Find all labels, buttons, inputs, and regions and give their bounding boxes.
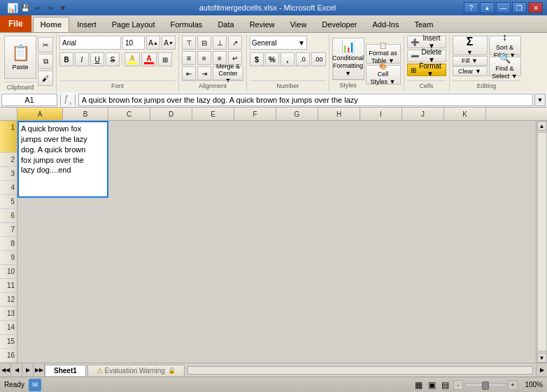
fill-btn[interactable]: Fill ▼ — [453, 56, 488, 66]
cell-a2[interactable] — [17, 198, 63, 209]
cell-styles-btn[interactable]: 🎨Cell Styles ▼ — [366, 65, 401, 85]
cell-e12[interactable] — [192, 307, 234, 319]
view-normal-btn[interactable]: ▦ — [413, 380, 424, 390]
cell-e6[interactable] — [192, 242, 234, 253]
paste-button[interactable]: 📋 Paste — [4, 36, 36, 79]
cell-a11[interactable] — [17, 297, 63, 308]
cell-g3[interactable] — [276, 209, 318, 220]
sheet-tab-eval-warning[interactable]: ⚠ Evaluation Warning 🔒 — [87, 365, 185, 376]
hscroll-right-btn[interactable]: ▶ — [536, 363, 547, 377]
cell-i3[interactable] — [360, 209, 402, 220]
tab-page-layout[interactable]: Page Layout — [104, 17, 163, 32]
cell-g9[interactable] — [276, 275, 318, 286]
cell-b7[interactable] — [63, 253, 108, 264]
cell-h6[interactable] — [318, 242, 360, 253]
decrease-font-btn[interactable]: A▼ — [162, 36, 176, 50]
percent-btn[interactable]: % — [265, 52, 279, 66]
increase-decimal-btn[interactable]: .0 — [296, 52, 310, 66]
cell-d11[interactable] — [150, 297, 192, 308]
cell-h3[interactable] — [318, 209, 360, 220]
cell-h5[interactable] — [318, 231, 360, 242]
row-header-10[interactable]: 10 — [0, 265, 17, 279]
cell-j4[interactable] — [402, 219, 444, 231]
sheet-tab-nav-left[interactable]: ◀◀ — [0, 363, 11, 377]
cell-b16[interactable] — [63, 351, 108, 363]
row-header-5[interactable]: 5 — [0, 195, 17, 209]
cell-b6[interactable] — [63, 242, 108, 253]
cell-c12[interactable] — [108, 307, 150, 319]
tab-review[interactable]: Review — [242, 17, 283, 32]
cell-c2[interactable] — [108, 198, 150, 209]
sheet-tab-nav-right[interactable]: ▶▶ — [34, 363, 45, 377]
view-page-break-btn[interactable]: ▤ — [440, 380, 450, 390]
cell-j6[interactable] — [402, 242, 444, 253]
cell-c16[interactable] — [108, 351, 150, 363]
cell-g5[interactable] — [276, 231, 318, 242]
cell-d7[interactable] — [150, 253, 192, 264]
row-header-8[interactable]: 8 — [0, 237, 17, 251]
col-header-h[interactable]: H — [318, 108, 360, 120]
cell-e8[interactable] — [192, 263, 234, 275]
tab-insert[interactable]: Insert — [69, 17, 104, 32]
cell-j16[interactable] — [402, 351, 444, 363]
row-header-15[interactable]: 15 — [0, 335, 17, 349]
cell-e3[interactable] — [192, 209, 234, 220]
col-header-k[interactable]: K — [444, 108, 486, 120]
col-header-e[interactable]: E — [192, 108, 234, 120]
merge-center-btn[interactable]: Merge & Center ▼ — [213, 66, 243, 80]
cell-g7[interactable] — [276, 253, 318, 264]
cell-h12[interactable] — [318, 307, 360, 319]
row-header-12[interactable]: 12 — [0, 293, 17, 307]
cell-b4[interactable] — [63, 219, 108, 231]
cell-h7[interactable] — [318, 253, 360, 264]
font-name-input[interactable] — [59, 36, 121, 50]
qa-dropdown-btn[interactable]: ▼ — [57, 2, 69, 13]
cell-g14[interactable] — [276, 330, 318, 341]
cell-f10[interactable] — [234, 286, 276, 297]
cell-g16[interactable] — [276, 351, 318, 363]
cell-a16[interactable] — [17, 351, 63, 363]
cell-j5[interactable] — [402, 231, 444, 242]
cell-f2[interactable] — [234, 198, 276, 209]
cell-i9[interactable] — [360, 275, 402, 286]
cell-d2[interactable] — [150, 198, 192, 209]
cell-j11[interactable] — [402, 297, 444, 308]
cell-f1[interactable] — [234, 121, 276, 198]
col-header-g[interactable]: G — [276, 108, 318, 120]
italic-button[interactable]: I — [75, 52, 89, 66]
col-header-c[interactable]: C — [108, 108, 150, 120]
cell-f3[interactable] — [234, 209, 276, 220]
cell-f7[interactable] — [234, 253, 276, 264]
cell-j15[interactable] — [402, 341, 444, 352]
cell-k3[interactable] — [444, 209, 486, 220]
cell-f13[interactable] — [234, 319, 276, 330]
cell-b12[interactable] — [63, 307, 108, 319]
format-as-table-btn[interactable]: 📋Format as Table ▼ — [366, 44, 401, 64]
copy-button[interactable]: ⧉ — [38, 54, 53, 69]
ribbon-collapse-btn[interactable]: ▲ — [480, 2, 495, 13]
cell-c15[interactable] — [108, 341, 150, 352]
zoom-out-btn[interactable]: - — [453, 380, 463, 390]
cell-f4[interactable] — [234, 219, 276, 231]
cell-f11[interactable] — [234, 297, 276, 308]
cell-k2[interactable] — [444, 198, 486, 209]
cell-k13[interactable] — [444, 319, 486, 330]
cell-h14[interactable] — [318, 330, 360, 341]
cell-h2[interactable] — [318, 198, 360, 209]
cell-h10[interactable] — [318, 286, 360, 297]
cell-f5[interactable] — [234, 231, 276, 242]
cell-g4[interactable] — [276, 219, 318, 231]
align-center-btn[interactable]: ≡ — [197, 51, 211, 65]
cell-e9[interactable] — [192, 275, 234, 286]
cell-d5[interactable] — [150, 231, 192, 242]
cell-f16[interactable] — [234, 351, 276, 363]
cell-k10[interactable] — [444, 286, 486, 297]
cell-d6[interactable] — [150, 242, 192, 253]
row-header-1[interactable]: 1 — [0, 121, 17, 153]
row-header-9[interactable]: 9 — [0, 251, 17, 265]
cell-g6[interactable] — [276, 242, 318, 253]
cell-d4[interactable] — [150, 219, 192, 231]
cell-f8[interactable] — [234, 263, 276, 275]
cell-a6[interactable] — [17, 242, 63, 253]
increase-indent-btn[interactable]: ⇥ — [197, 66, 211, 80]
